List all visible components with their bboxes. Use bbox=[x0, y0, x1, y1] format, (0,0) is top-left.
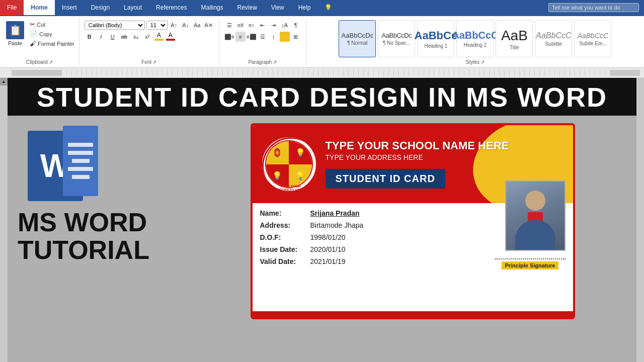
line-spacing-button[interactable]: ↕ bbox=[269, 32, 279, 42]
lightbulb-icon: 💡 bbox=[317, 0, 339, 15]
bold-button[interactable]: B bbox=[85, 32, 95, 42]
font-case-button[interactable]: Aa bbox=[192, 20, 202, 30]
strikethrough-button[interactable]: ab bbox=[119, 32, 129, 42]
field-value-valid-date: 2021/01/19 bbox=[310, 257, 346, 265]
paragraph-dialog-launcher[interactable]: ↗ bbox=[273, 59, 277, 65]
tutorial-right: 🏮 💡 💡 💡 TYPE YOURADDRESS HERE bbox=[199, 121, 626, 362]
style-title-preview: AaB bbox=[501, 28, 528, 44]
paste-icon: 📋 bbox=[6, 21, 24, 39]
tab-bar: File Home Insert Design Layout Reference… bbox=[0, 0, 644, 15]
tab-file[interactable]: File bbox=[0, 0, 24, 15]
sort-button[interactable]: ↕A bbox=[280, 20, 290, 30]
clipboard-sub: ✂ Cut 📄 Copy 🖌 Format Painter bbox=[28, 19, 76, 48]
tab-help[interactable]: Help bbox=[291, 0, 318, 15]
tab-view[interactable]: View bbox=[264, 0, 291, 15]
copy-button[interactable]: 📄 Copy bbox=[28, 30, 76, 38]
style-title[interactable]: AaB Title bbox=[496, 20, 533, 57]
word-logo-lines bbox=[63, 126, 98, 196]
font-shrink-button[interactable]: A↓ bbox=[181, 20, 191, 30]
font-dialog-launcher[interactable]: ↗ bbox=[152, 59, 156, 65]
borders-button[interactable]: ⊞ bbox=[291, 32, 301, 42]
field-value-dof: 1998/01/20 bbox=[310, 233, 346, 241]
paste-button[interactable]: 📋 Paste bbox=[3, 19, 27, 48]
decrease-indent-button[interactable]: ⇤ bbox=[258, 20, 268, 30]
style-normal-preview: AaBbCcDc bbox=[342, 32, 374, 39]
tab-home[interactable]: Home bbox=[24, 0, 54, 15]
person-body bbox=[515, 220, 555, 250]
right-scrollbar bbox=[636, 78, 644, 362]
tutorial-area: W MS WORD TUTORIAL bbox=[8, 116, 636, 362]
subscript-button[interactable]: x₂ bbox=[131, 32, 141, 42]
field-label-dof: D.O.F: bbox=[260, 233, 310, 241]
card-footer bbox=[253, 311, 573, 317]
school-address: TYPE YOUR ADDRESS HERE bbox=[326, 153, 566, 161]
tab-design[interactable]: Design bbox=[84, 0, 117, 15]
banner: STUDENT ID CARD DESIGN IN MS WORD bbox=[8, 78, 636, 116]
tab-layout[interactable]: Layout bbox=[117, 0, 149, 15]
style-heading1-preview: AaBbCc bbox=[415, 29, 458, 42]
tab-review[interactable]: Review bbox=[230, 0, 264, 15]
style-normal-name: ¶ Normal bbox=[347, 40, 367, 46]
word-line-5 bbox=[72, 175, 90, 179]
justify-button[interactable]: ☰ bbox=[258, 32, 268, 42]
style-normal[interactable]: AaBbCcDc ¶ Normal bbox=[339, 20, 376, 57]
style-subtle-emphasis[interactable]: AaBbCcC Subtle Em... bbox=[574, 20, 611, 57]
signature-label: Principle Signature bbox=[502, 261, 558, 269]
style-title-name: Title bbox=[510, 45, 519, 50]
style-subtle-emphasis-name: Subtle Em... bbox=[579, 41, 606, 46]
align-center-button[interactable]: ≡ bbox=[235, 32, 246, 42]
main-area: ▲ ▼ STUDENT ID CARD DESIGN IN MS WORD W bbox=[0, 78, 644, 362]
word-line-2 bbox=[68, 151, 93, 155]
left-scrollbar: ▲ ▼ bbox=[0, 78, 8, 362]
word-line-1 bbox=[68, 143, 93, 147]
font-grow-button[interactable]: A↑ bbox=[169, 20, 179, 30]
styles-dialog-launcher[interactable]: ↗ bbox=[480, 59, 485, 65]
emblem-bottom-text: TYPE YOURADDRESS HERE bbox=[277, 185, 305, 192]
format-painter-icon: 🖌 bbox=[30, 40, 36, 47]
align-right-button[interactable]: ≡⬛ bbox=[247, 32, 257, 42]
ruler bbox=[0, 68, 644, 78]
superscript-button[interactable]: x² bbox=[142, 32, 152, 42]
ribbon-body: 📋 Paste ✂ Cut 📄 Copy 🖌 Format Painter bbox=[0, 15, 644, 68]
style-subtitle-name: Subtitle bbox=[545, 41, 562, 47]
format-painter-button[interactable]: 🖌 Format Painter bbox=[28, 39, 76, 48]
numbered-list-button[interactable]: ≡# bbox=[235, 20, 246, 30]
style-subtitle[interactable]: AaBbCcC Subtitle bbox=[535, 20, 572, 57]
signature-area: Principle Signature bbox=[495, 258, 566, 269]
cut-label: Cut bbox=[37, 22, 45, 28]
font-row-2: B I U ab x₂ x² A A bbox=[85, 32, 214, 42]
align-left-button[interactable]: ⬛≡ bbox=[224, 32, 234, 42]
text-color-button[interactable]: A bbox=[166, 32, 176, 42]
ruler-margin-right bbox=[610, 70, 640, 76]
font-clear-button[interactable]: A✕ bbox=[204, 20, 214, 30]
style-heading2[interactable]: AaBbCcC Heading 2 bbox=[456, 20, 494, 57]
tab-mailings[interactable]: Mailings bbox=[194, 0, 230, 15]
font-row-1: Calibri (Body) 11 A↑ A↓ Aa A✕ bbox=[85, 20, 214, 30]
italic-button[interactable]: I bbox=[96, 32, 106, 42]
font-group: Calibri (Body) 11 A↑ A↓ Aa A✕ B I U ab x… bbox=[79, 18, 219, 66]
font-name-select[interactable]: Calibri (Body) bbox=[85, 21, 145, 30]
font-size-select[interactable]: 11 bbox=[146, 21, 168, 30]
clipboard-dialog-launcher[interactable]: ↗ bbox=[49, 59, 53, 65]
tab-references[interactable]: References bbox=[149, 0, 194, 15]
field-label-name: Name: bbox=[260, 209, 310, 217]
style-heading1[interactable]: AaBbCc Heading 1 bbox=[417, 20, 454, 57]
tell-me-input[interactable] bbox=[548, 3, 639, 12]
word-line-3 bbox=[72, 159, 90, 163]
shading-button[interactable] bbox=[280, 32, 290, 42]
text-highlight-button[interactable]: A bbox=[154, 32, 164, 42]
style-no-spacing[interactable]: AaBbCcDc ¶ No Spac... bbox=[378, 20, 415, 57]
card-photo-area bbox=[505, 180, 566, 251]
scroll-up-button[interactable]: ▲ bbox=[0, 78, 8, 85]
clipboard-label: Clipboard ↗ bbox=[26, 58, 53, 65]
show-formatting-button[interactable]: ¶ bbox=[291, 20, 301, 30]
multilevel-list-button[interactable]: ≡↕ bbox=[247, 20, 257, 30]
tutorial-title: MS WORD TUTORIAL bbox=[18, 209, 149, 263]
underline-button[interactable]: U bbox=[108, 32, 118, 42]
tab-insert[interactable]: Insert bbox=[55, 0, 84, 15]
field-value-address: Birtamode Jhapa bbox=[310, 221, 364, 229]
card-photo bbox=[506, 182, 565, 250]
cut-button[interactable]: ✂ Cut bbox=[28, 20, 76, 29]
increase-indent-button[interactable]: ⇥ bbox=[269, 20, 279, 30]
bullet-list-button[interactable]: ☰ bbox=[224, 20, 234, 30]
